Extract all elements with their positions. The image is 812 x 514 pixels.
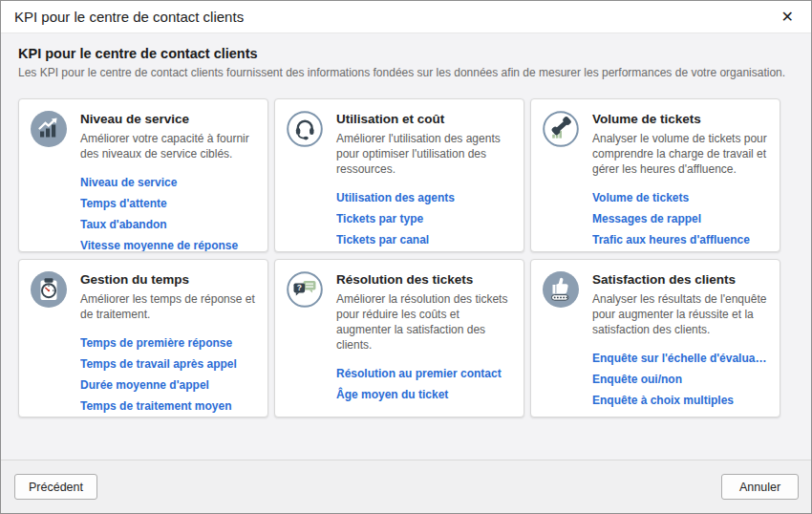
- previous-button[interactable]: Précédent: [14, 474, 97, 500]
- card-resolution-des-tickets: ? Résolution des tickets Améliorer la ré…: [274, 259, 524, 418]
- link-age-moyen-du-ticket[interactable]: Âge moyen du ticket: [336, 384, 512, 405]
- link-tickets-par-canal[interactable]: Tickets par canal: [336, 229, 512, 250]
- card-utilisation-et-cout: Utilisation et coût Améliorer l'utilisat…: [274, 98, 524, 252]
- link-vitesse-moyenne-de-reponse[interactable]: Vitesse moyenne de réponse: [80, 235, 256, 252]
- card-description: Analyser les résultats de l'enquête pour…: [592, 291, 768, 337]
- card-links: Enquête sur l'échelle d'évaluation Enquê…: [592, 348, 768, 411]
- link-niveau-de-service[interactable]: Niveau de service: [80, 172, 256, 193]
- card-title: Utilisation et coût: [336, 111, 512, 127]
- kpi-card-grid: Niveau de service Améliorer votre capaci…: [18, 98, 794, 418]
- card-body: Niveau de service Améliorer votre capaci…: [80, 110, 256, 241]
- card-body: Gestion du temps Améliorer les temps de …: [80, 270, 256, 406]
- close-icon[interactable]: ✕: [776, 6, 800, 29]
- card-title: Satisfaction des clients: [592, 271, 768, 288]
- card-description: Améliorer la résolution des tickets pour…: [336, 291, 512, 353]
- link-utilisation-des-agents[interactable]: Utilisation des agents: [336, 187, 512, 208]
- link-tickets-par-type[interactable]: Tickets par type: [336, 208, 512, 229]
- card-satisfaction-des-clients: Satisfaction des clients Analyser les ré…: [530, 259, 780, 418]
- card-description: Améliorer l'utilisation des agents pour …: [336, 131, 512, 177]
- card-volume-de-tickets: Volume de tickets Analyser le volume de …: [530, 98, 780, 252]
- thumbs-up-rating-icon-svg: [543, 271, 579, 308]
- link-enquete-oui-non[interactable]: Enquête oui/non: [592, 369, 768, 390]
- card-gestion-du-temps: Gestion du temps Améliorer les temps de …: [18, 259, 268, 418]
- link-temps-d-attente[interactable]: Temps d'attente: [80, 193, 256, 214]
- trending-bar-chart-icon-svg: [31, 111, 67, 147]
- card-links: Utilisation des agents Tickets par type …: [336, 187, 512, 252]
- link-enquete-sur-l-echelle-d-evaluation[interactable]: Enquête sur l'échelle d'évaluation: [592, 348, 768, 369]
- card-body: Utilisation et coût Améliorer l'utilisat…: [336, 110, 512, 241]
- link-resolution-au-premier-contact[interactable]: Résolution au premier contact: [336, 363, 512, 384]
- dialog-titlebar: KPI pour le centre de contact clients ✕: [1, 1, 811, 32]
- page-title: KPI pour le centre de contact clients: [18, 45, 794, 62]
- link-temps-de-travail-apres-appel[interactable]: Temps de travail après appel: [80, 353, 256, 375]
- link-messages-de-rappel[interactable]: Messages de rappel: [592, 208, 768, 229]
- link-temps-de-traitement-moyen[interactable]: Temps de traitement moyen: [80, 396, 256, 417]
- link-taux-d-abandon[interactable]: Taux d'abandon: [80, 214, 256, 235]
- card-niveau-de-service: Niveau de service Améliorer votre capaci…: [18, 98, 268, 252]
- card-links: Volume de tickets Messages de rappel Tra…: [592, 187, 768, 250]
- card-title: Gestion du temps: [80, 271, 256, 288]
- link-temps-de-premiere-reponse[interactable]: Temps de première réponse: [80, 332, 256, 353]
- card-description: Analyser le volume de tickets pour compr…: [592, 131, 768, 177]
- dialog-title: KPI pour le centre de contact clients: [14, 9, 244, 25]
- card-title: Niveau de service: [80, 111, 256, 127]
- stopwatch-clipboard-icon-svg: [31, 271, 67, 308]
- thumbs-up-rating-icon: [543, 271, 579, 308]
- kpi-dialog: KPI pour le centre de contact clients ✕ …: [0, 0, 812, 514]
- chat-question-icon-svg: ?: [287, 271, 323, 308]
- trending-bar-chart-icon: [31, 111, 67, 147]
- headset-icon: [287, 111, 323, 147]
- cancel-button[interactable]: Annuler: [721, 474, 799, 500]
- phone-volume-icon: [543, 111, 579, 147]
- link-cout-par-ticket[interactable]: Coût par ticket: [336, 250, 512, 252]
- dialog-footer: Précédent Annuler: [1, 460, 811, 513]
- card-body: Résolution des tickets Améliorer la réso…: [336, 270, 512, 406]
- stopwatch-clipboard-icon: [31, 271, 67, 308]
- card-links: Temps de première réponse Temps de trava…: [80, 332, 256, 417]
- headset-icon-svg: [287, 111, 323, 147]
- link-duree-moyenne-d-appel[interactable]: Durée moyenne d'appel: [80, 375, 256, 396]
- card-description: Améliorer les temps de réponse et de tra…: [80, 291, 256, 322]
- card-title: Volume de tickets: [592, 111, 768, 127]
- chat-question-icon: ?: [287, 271, 323, 308]
- card-description: Améliorer votre capacité à fournir des n…: [80, 131, 256, 161]
- link-trafic-aux-heures-d-affluence[interactable]: Trafic aux heures d'affluence: [592, 229, 768, 250]
- page-subtitle: Les KPI pour le centre de contact client…: [18, 65, 794, 80]
- card-links: Niveau de service Temps d'attente Taux d…: [80, 172, 256, 252]
- card-body: Satisfaction des clients Analyser les ré…: [592, 270, 768, 406]
- link-enquete-a-choix-multiples[interactable]: Enquête à choix multiples: [592, 390, 768, 411]
- svg-text:?: ?: [297, 283, 302, 292]
- card-links: Résolution au premier contact Âge moyen …: [336, 363, 512, 405]
- card-title: Résolution des tickets: [336, 271, 512, 288]
- card-body: Volume de tickets Analyser le volume de …: [592, 110, 768, 241]
- phone-volume-icon-svg: [543, 111, 579, 147]
- link-volume-de-tickets[interactable]: Volume de tickets: [592, 187, 768, 208]
- dialog-content: KPI pour le centre de contact clients Le…: [1, 32, 811, 460]
